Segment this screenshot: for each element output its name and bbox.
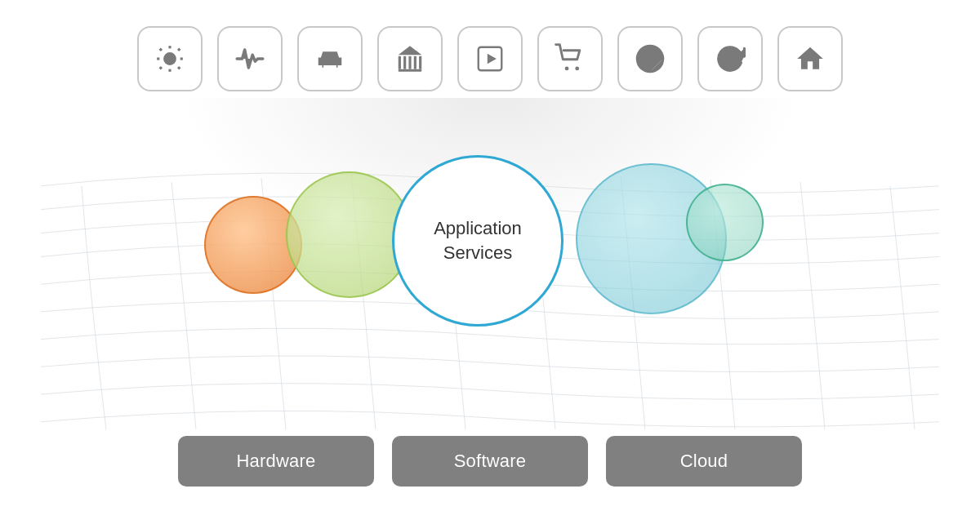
car-icon-box[interactable]: [297, 26, 363, 91]
pulse-icon: [234, 43, 265, 74]
svg-point-0: [163, 52, 176, 65]
home-icon-box[interactable]: [777, 26, 843, 91]
bubbles-area: Application Services: [0, 131, 980, 392]
sun-icon: [154, 43, 185, 74]
cart-icon: [555, 43, 586, 74]
application-services-label: Application Services: [434, 216, 522, 264]
cart-icon-box[interactable]: [537, 26, 603, 91]
svg-rect-11: [399, 69, 422, 72]
svg-point-10: [335, 61, 336, 63]
svg-point-9: [323, 61, 325, 63]
refresh-icon: [715, 43, 746, 74]
svg-rect-12: [399, 56, 401, 69]
svg-rect-14: [408, 56, 411, 69]
car-icon: [314, 43, 345, 74]
cloud-button[interactable]: Cloud: [606, 436, 802, 487]
gauge-icon-box[interactable]: [617, 26, 683, 91]
bubble-small-teal: [686, 184, 764, 261]
bank-icon-box[interactable]: [377, 26, 443, 91]
svg-rect-13: [403, 56, 406, 69]
svg-line-5: [160, 49, 162, 51]
bubble-main-circle[interactable]: Application Services: [392, 155, 564, 327]
svg-line-8: [178, 49, 180, 51]
bottom-buttons-row: Hardware Software Cloud: [0, 436, 980, 487]
bubble-container: Application Services: [172, 147, 808, 375]
play-icon-box[interactable]: [457, 26, 523, 91]
svg-rect-15: [414, 56, 416, 69]
home-icon: [795, 43, 826, 74]
svg-marker-19: [488, 54, 497, 64]
hardware-button[interactable]: Hardware: [178, 436, 374, 487]
svg-rect-16: [419, 56, 421, 69]
refresh-icon-box[interactable]: [697, 26, 763, 91]
svg-point-23: [648, 57, 653, 61]
app-services-line2: Services: [443, 242, 512, 263]
gauge-icon: [635, 43, 666, 74]
software-button[interactable]: Software: [392, 436, 588, 487]
app-services-line1: Application: [434, 218, 522, 238]
play-icon: [474, 43, 506, 74]
sun-icon-box[interactable]: [137, 26, 203, 91]
bank-icon: [394, 43, 425, 74]
svg-point-20: [565, 67, 569, 71]
svg-line-6: [178, 67, 180, 69]
svg-marker-17: [399, 46, 422, 55]
icons-row: [0, 0, 980, 91]
pulse-icon-box[interactable]: [217, 26, 283, 91]
svg-point-21: [575, 67, 579, 71]
svg-line-7: [160, 67, 162, 69]
